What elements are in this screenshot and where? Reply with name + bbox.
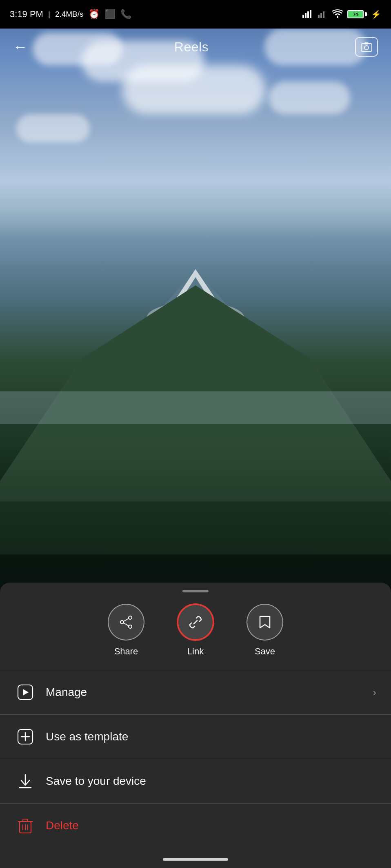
home-indicator — [163, 858, 228, 861]
manage-text: Manage — [46, 686, 373, 699]
use-as-template-menu-item[interactable]: Use as template — [0, 715, 391, 759]
save-action[interactable]: Save — [247, 604, 283, 657]
share-circle — [108, 604, 144, 641]
link-action[interactable]: Link — [177, 604, 214, 657]
manage-chevron: › — [373, 686, 376, 699]
link-label: Link — [187, 646, 204, 657]
svg-marker-23 — [23, 689, 29, 696]
share-action[interactable]: Share — [108, 604, 144, 657]
camera-button[interactable] — [355, 37, 378, 57]
top-navigation: ← Reels — [0, 29, 391, 65]
bottom-sheet: Share Link Save — [0, 583, 391, 868]
svg-rect-1 — [305, 13, 307, 18]
battery-percent-text: 74 — [353, 12, 358, 17]
svg-point-19 — [120, 621, 124, 624]
charging-icon: ⚡ — [371, 9, 381, 19]
action-icons-row: Share Link Save — [0, 604, 391, 670]
delete-icon — [15, 815, 36, 836]
save-device-menu-item[interactable]: Save to your device — [0, 759, 391, 803]
template-icon — [15, 726, 36, 747]
data-speed: | — [48, 10, 50, 19]
template-text: Use as template — [46, 730, 376, 743]
svg-point-18 — [129, 625, 132, 628]
svg-rect-2 — [307, 11, 309, 18]
cloud-4 — [122, 65, 265, 114]
manage-icon — [15, 682, 36, 703]
save-device-icon — [15, 771, 36, 792]
manage-menu-item[interactable]: Manage › — [0, 670, 391, 714]
delete-menu-item[interactable]: Delete — [0, 804, 391, 848]
sheet-handle — [182, 590, 209, 592]
save-circle — [247, 604, 283, 641]
battery-box: 74 — [347, 10, 364, 18]
back-button[interactable]: ← — [13, 38, 28, 55]
data-speed-value: 2.4MB/s — [55, 10, 84, 19]
link-circle — [177, 604, 214, 641]
alarm-icon: ⏰ — [89, 9, 100, 20]
page-title: Reels — [174, 40, 209, 55]
svg-rect-14 — [361, 44, 372, 51]
status-left: 3:19 PM | 2.4MB/s ⏰ ⬛ 📞 — [10, 9, 131, 20]
screen-record-icon: ⬛ — [104, 9, 116, 20]
cloud-5 — [269, 82, 350, 114]
background-image — [0, 0, 391, 603]
svg-rect-3 — [310, 10, 311, 18]
delete-text: Delete — [46, 819, 376, 832]
svg-line-21 — [124, 623, 129, 626]
save-label: Save — [255, 646, 275, 657]
svg-rect-0 — [302, 15, 304, 18]
svg-rect-4 — [318, 15, 320, 18]
signal-icon — [302, 9, 314, 20]
cloud-6 — [16, 114, 90, 143]
time-display: 3:19 PM — [10, 9, 43, 20]
svg-point-17 — [129, 616, 132, 619]
svg-rect-6 — [323, 11, 324, 18]
svg-rect-5 — [320, 13, 322, 18]
status-bar: 3:19 PM | 2.4MB/s ⏰ ⬛ 📞 — [0, 0, 391, 29]
status-right: 74 ⚡ — [302, 9, 381, 20]
wifi-icon — [332, 9, 343, 20]
svg-line-20 — [124, 618, 129, 621]
phone-icon: 📞 — [120, 9, 131, 20]
save-device-text: Save to your device — [46, 775, 376, 788]
battery-indicator: 74 — [347, 10, 367, 18]
bottom-fade — [0, 440, 391, 603]
signal2-icon — [318, 9, 328, 20]
svg-rect-16 — [364, 42, 369, 44]
battery-tip — [365, 12, 367, 16]
svg-point-15 — [364, 46, 369, 50]
svg-rect-13 — [0, 391, 391, 424]
share-label: Share — [114, 646, 138, 657]
